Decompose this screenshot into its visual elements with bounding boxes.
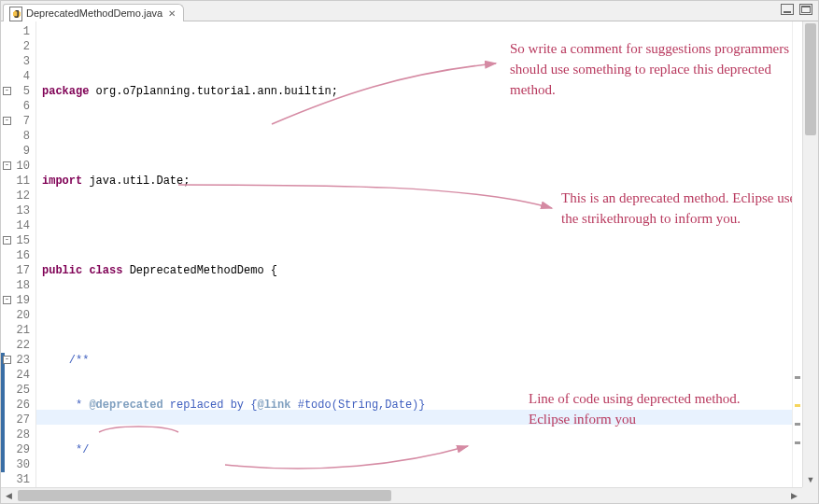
fold-icon[interactable]: - (3, 117, 11, 125)
tab-filename: DeprecatedMethodDemo.java (26, 7, 162, 19)
scrollbar-thumb[interactable] (805, 23, 816, 135)
fold-icon[interactable]: - (3, 87, 11, 95)
code-editor[interactable]: 1234 5- 6 7- 89 10- 11121314 15- 161718 … (1, 21, 818, 503)
fold-icon[interactable]: - (3, 296, 11, 304)
fold-icon[interactable]: - (3, 356, 11, 364)
editor-tab[interactable]: DeprecatedMethodDemo.java ✕ (3, 4, 184, 21)
overview-ruler[interactable] (792, 21, 802, 487)
fold-icon[interactable]: - (3, 161, 11, 170)
editor-tabbar: DeprecatedMethodDemo.java ✕ (1, 1, 818, 21)
code-area[interactable]: package org.o7planning.tutorial.ann.buil… (36, 21, 818, 503)
maximize-icon[interactable] (799, 4, 812, 15)
line-number-gutter: 1234 5- 6 7- 89 10- 11121314 15- 161718 … (1, 21, 36, 503)
java-file-icon (9, 7, 22, 20)
close-icon[interactable]: ✕ (166, 8, 177, 19)
tab-toolbar (781, 4, 812, 15)
scroll-left-icon[interactable]: ◀ (1, 488, 17, 503)
fold-icon[interactable]: - (3, 236, 11, 245)
scrollbar-corner (802, 487, 818, 503)
minimize-icon[interactable] (781, 4, 794, 15)
scrollbar-thumb[interactable] (18, 490, 391, 501)
scroll-right-icon[interactable]: ▶ (786, 488, 802, 503)
vertical-scrollbar[interactable]: ▲ ▼ (802, 21, 818, 487)
horizontal-scrollbar[interactable]: ◀ ▶ (1, 487, 802, 503)
scroll-down-icon[interactable]: ▼ (803, 471, 818, 487)
